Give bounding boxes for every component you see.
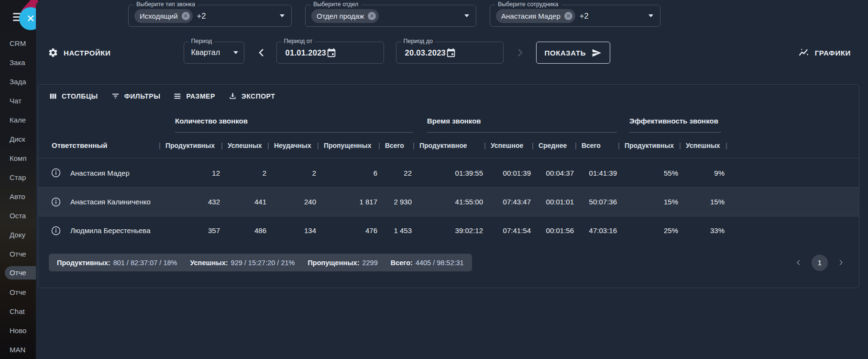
column-header-label[interactable]: Всего	[582, 142, 601, 149]
cell-value: 9%	[679, 169, 725, 177]
cell-value: 1 453	[378, 226, 413, 235]
employee-chip: Анастасия Мадер ✕	[496, 9, 575, 23]
summary-value: 2299	[362, 259, 377, 267]
table-toolbar: СТОЛБЦЫ ФИЛЬТРЫ РАЗМЕР ЭКСПОРТ	[38, 85, 859, 107]
employee-select[interactable]: Выберите сотрудника Анастасия Мадер ✕ +2	[490, 5, 660, 27]
period-label: Период	[189, 38, 215, 45]
column-separator: |	[484, 141, 486, 149]
column-separator: |	[618, 141, 620, 149]
call-type-select[interactable]: Выберите тип звонка Исходящий ✕ +2	[128, 5, 292, 27]
cell-value: 22	[378, 169, 413, 177]
column-header-label[interactable]: Всего	[385, 142, 404, 149]
period-from-label: Период от	[282, 38, 315, 45]
info-icon[interactable]	[49, 168, 70, 178]
cell-value: 50:07:36	[575, 198, 618, 206]
responsible-name: Людмила Берестеньева	[70, 226, 159, 235]
column-header-label[interactable]: Среднее	[538, 142, 567, 149]
sidebar-item-label: Chat	[10, 307, 25, 315]
cell-value: 55%	[618, 169, 679, 177]
cell-value: 486	[221, 226, 267, 235]
cell-value: 2	[267, 169, 317, 177]
summary-label: Пропущенных:	[308, 259, 359, 267]
chevron-down-icon	[648, 14, 653, 17]
period-from-field[interactable]: Период от 01.01.2023	[276, 42, 384, 64]
column-header: |Успешное	[484, 141, 532, 149]
info-icon[interactable]	[49, 225, 70, 236]
page-number[interactable]: 1	[812, 255, 828, 271]
cell-value: 357	[159, 226, 221, 235]
settings-button[interactable]: НАСТРОЙКИ	[48, 47, 111, 58]
column-header-label[interactable]: Продуктивное	[419, 142, 467, 149]
calendar-icon[interactable]	[326, 47, 337, 58]
cell-value: 1 817	[317, 198, 378, 206]
chip-remove-icon[interactable]: ✕	[564, 12, 572, 20]
density-icon	[173, 92, 182, 101]
responsible-name: Анастасия Калиниченко	[70, 198, 159, 206]
filter-icon	[111, 91, 120, 101]
cell-value: 00:01:56	[532, 226, 575, 235]
column-header: |Продуктивных	[159, 141, 221, 149]
period-to-field[interactable]: Период до 20.03.2023	[396, 42, 504, 64]
column-header-label[interactable]: Неудачных	[274, 142, 311, 149]
page-next-icon[interactable]	[837, 259, 845, 266]
column-header-label[interactable]: Пропущенных	[324, 142, 372, 149]
period-from-value: 01.01.2023	[286, 48, 327, 57]
close-icon: ✕	[26, 13, 35, 24]
department-select[interactable]: Выберите отдел Отдел продаж ✕	[305, 5, 476, 27]
sidebar-item-label: CRM	[10, 39, 26, 47]
cell-value: 432	[159, 198, 221, 206]
period-to-value: 20.03.2023	[405, 48, 446, 57]
cell-value: 6	[317, 169, 378, 177]
cell-value: 01:39:55	[413, 169, 484, 177]
chip-remove-icon[interactable]: ✕	[368, 12, 376, 20]
chip-remove-icon[interactable]: ✕	[182, 12, 190, 20]
sidebar-item-label: Отче	[10, 250, 26, 258]
cell-value: 2 930	[378, 198, 413, 206]
cell-value: 33%	[679, 226, 725, 235]
summary-segment: Пропущенных:2299	[308, 259, 377, 267]
column-header-label[interactable]: Успешное	[491, 142, 523, 149]
column-header-label[interactable]: Успешных	[228, 142, 262, 149]
export-button[interactable]: ЭКСПОРТ	[228, 91, 275, 101]
table-row: Анастасия Калиниченко4324412401 8172 930…	[38, 187, 859, 216]
download-icon	[228, 91, 237, 101]
summary-segment: Успешных:929 / 15:27:20 / 21%	[190, 259, 295, 267]
summary-value: 4405 / 98:52:31	[416, 259, 464, 267]
table-group-header: Время звонков	[413, 110, 618, 133]
columns-button[interactable]: СТОЛБЦЫ	[49, 92, 98, 101]
table-group-title: Количество звонков	[175, 110, 413, 133]
page-previous-icon[interactable]	[795, 259, 802, 266]
column-header-label[interactable]: Продуктивных	[625, 142, 674, 149]
table-group-title: Эффективность звонков	[629, 110, 721, 133]
column-header-tail: |	[725, 141, 859, 149]
summary-label: Продуктивных:	[57, 259, 110, 267]
column-header-label[interactable]: Успешных	[686, 142, 720, 149]
responsible-column-header: Ответственный	[49, 141, 159, 149]
sidebar-item-label: Диск	[10, 135, 25, 143]
column-header: |Продуктивных	[618, 141, 679, 149]
show-button[interactable]: ПОКАЗАТЬ	[536, 42, 611, 64]
column-header: |Всего	[575, 141, 618, 149]
column-header: |Успешных	[679, 141, 725, 149]
period-select[interactable]: Период Квартал	[184, 42, 244, 64]
cell-value: 47:03:16	[575, 226, 618, 235]
table-group-header-row: Количество звонковВремя звонковЭффективн…	[38, 110, 859, 133]
cell-value: 39:02:12	[413, 226, 484, 235]
chevron-down-icon	[233, 51, 238, 54]
calls-table: Количество звонковВремя звонковЭффективн…	[38, 110, 859, 245]
sidebar-item-label: Чат	[10, 97, 22, 105]
sidebar-item-label: Стар	[10, 173, 26, 181]
filters-button[interactable]: ФИЛЬТРЫ	[111, 91, 161, 101]
gear-icon	[48, 47, 58, 58]
table-group-header: Количество звонков	[159, 110, 413, 133]
density-button[interactable]: РАЗМЕР	[173, 92, 215, 101]
column-header: |Неудачных	[267, 141, 317, 149]
cell-value: 476	[317, 226, 378, 235]
column-header-label[interactable]: Продуктивных	[165, 142, 215, 149]
next-period-button[interactable]	[514, 46, 526, 59]
info-icon[interactable]	[49, 197, 70, 207]
charts-button[interactable]: ГРАФИКИ	[798, 47, 851, 58]
calendar-icon[interactable]	[446, 47, 456, 58]
table-row: Анастасия Мадер122262201:39:5500:01:3900…	[38, 158, 859, 187]
previous-period-button[interactable]	[256, 46, 267, 59]
